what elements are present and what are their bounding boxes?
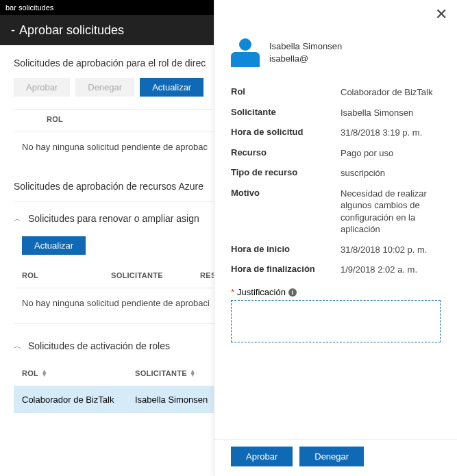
header-dash: -	[11, 23, 15, 38]
cell-role: Colaborador de BizTalk	[22, 394, 135, 405]
avatar-icon	[231, 38, 260, 67]
col-role[interactable]: ROL ▲▼	[22, 369, 135, 377]
topbar-title: bar solicitudes	[5, 3, 53, 12]
page-title: Aprobar solicitudes	[19, 23, 124, 38]
val-rol: Colaborador de BizTalk	[341, 86, 441, 99]
deny-button: Denegar	[75, 78, 134, 97]
chevron-up-icon: ︿	[14, 341, 21, 351]
val-solicitante: Isabella Simonsen	[341, 107, 441, 119]
lbl-hora-fin: Hora de finalización	[231, 264, 341, 276]
col-role[interactable]: ROL	[47, 115, 63, 123]
required-asterisk: *	[231, 287, 234, 297]
subsection-renew-title: Solicitudes para renovar o ampliar asign	[28, 213, 199, 224]
info-icon[interactable]: i	[288, 288, 297, 297]
lbl-hora-inicio: Hora de inicio	[231, 244, 341, 256]
justification-label: * Justificación i	[214, 280, 457, 300]
val-tipo-recurso: suscripción	[341, 167, 441, 179]
col-requester[interactable]: SOLICITANTE	[111, 271, 200, 279]
lbl-motivo: Motivo	[231, 188, 341, 236]
lbl-solicitante: Solicitante	[231, 107, 341, 119]
user-email: isabella@	[269, 53, 342, 65]
panel-deny-button[interactable]: Denegar	[299, 447, 364, 466]
justification-input[interactable]	[231, 300, 441, 342]
col-role[interactable]: ROL	[22, 271, 111, 279]
subsection-activation-title: Solicitudes de activación de roles	[28, 340, 170, 351]
lbl-tipo-recurso: Tipo de recurso	[231, 167, 341, 179]
val-motivo: Necesidad de realizar algunos cambios de…	[341, 188, 441, 236]
refresh-button[interactable]: Actualizar	[140, 78, 203, 97]
val-recurso: Pago por uso	[341, 147, 441, 160]
user-name: Isabella Simonsen	[269, 40, 342, 53]
val-hora-fin: 1/9/2018 2:02 a. m.	[341, 264, 441, 276]
lbl-hora-solicitud: Hora de solicitud	[231, 127, 341, 139]
detail-panel: ✕ Isabella Simonsen isabella@ RolColabor…	[214, 0, 457, 476]
close-icon[interactable]: ✕	[435, 5, 447, 23]
approve-button: Aprobar	[14, 78, 70, 97]
col-requester[interactable]: SOLICITANTE ▲▼	[135, 369, 196, 377]
sort-icon: ▲▼	[190, 370, 196, 377]
val-hora-solicitud: 31/8/2018 3:19 p. m.	[341, 127, 441, 139]
val-hora-inicio: 31/8/2018 10:02 p. m.	[341, 244, 441, 256]
lbl-recurso: Recurso	[231, 147, 341, 160]
refresh-button-2[interactable]: Actualizar	[22, 236, 86, 255]
chevron-up-icon: ︿	[14, 214, 21, 224]
lbl-rol: Rol	[231, 86, 341, 99]
sort-icon: ▲▼	[41, 370, 47, 377]
user-block: Isabella Simonsen isabella@	[214, 21, 457, 79]
panel-approve-button[interactable]: Aprobar	[231, 447, 293, 466]
